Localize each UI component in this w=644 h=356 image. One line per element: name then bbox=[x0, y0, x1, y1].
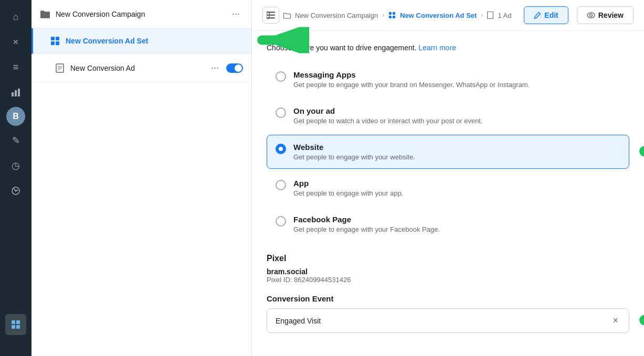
svg-rect-19 bbox=[389, 12, 392, 15]
breadcrumb-sep-2: › bbox=[481, 12, 483, 19]
option-website-desc: Get people to engage with your website. bbox=[293, 153, 415, 161]
chart-bar-icon[interactable] bbox=[5, 82, 26, 103]
conversion-clear-button[interactable]: × bbox=[610, 315, 620, 326]
breadcrumb-campaign-label: New Conversion Campaign bbox=[295, 12, 378, 19]
adset-label: New Conversion Ad Set bbox=[66, 37, 243, 45]
svg-rect-10 bbox=[56, 37, 59, 40]
radio-on-your-ad bbox=[276, 107, 286, 118]
svg-rect-20 bbox=[393, 12, 395, 15]
svg-rect-2 bbox=[18, 89, 20, 96]
breadcrumb-sep-1: › bbox=[382, 12, 384, 19]
grid-table-icon[interactable] bbox=[5, 314, 26, 335]
main-content: New Conversion Campaign › New Conversion… bbox=[252, 0, 644, 356]
svg-rect-7 bbox=[12, 325, 15, 329]
breadcrumb-ad-label: 1 Ad bbox=[498, 12, 511, 19]
option-on-your-ad-desc: Get people to watch a video or interact … bbox=[293, 117, 483, 125]
svg-rect-6 bbox=[16, 320, 20, 324]
pixel-id: Pixel ID: 862409944531426 bbox=[267, 276, 629, 284]
icon-bar: ⌂ ✕ ≡ B ✎ ◷ bbox=[0, 0, 31, 356]
campaign-label: New Conversion Campaign bbox=[56, 10, 229, 18]
option-website[interactable]: Website Get people to engage with your w… bbox=[267, 135, 629, 169]
edit-button[interactable]: Edit bbox=[524, 6, 568, 24]
engagement-options: Messaging Apps Get people to engage with… bbox=[267, 62, 629, 241]
svg-rect-16 bbox=[267, 15, 275, 16]
pixel-section: Pixel bram.social Pixel ID: 862409944531… bbox=[267, 254, 629, 284]
review-button[interactable]: Review bbox=[577, 6, 634, 24]
adset-item[interactable]: New Conversion Ad Set bbox=[31, 28, 251, 54]
svg-rect-22 bbox=[393, 16, 395, 18]
svg-rect-1 bbox=[15, 90, 17, 96]
ad-page-icon bbox=[55, 63, 65, 73]
breadcrumb-adset-label: New Conversion Ad Set bbox=[400, 12, 477, 19]
conversion-event-input[interactable]: Engaged Visit × bbox=[267, 308, 629, 333]
option-app-title: App bbox=[293, 179, 404, 188]
learn-more-link[interactable]: Learn more bbox=[419, 44, 457, 52]
pencil-icon[interactable]: ✎ bbox=[5, 130, 26, 151]
option-messaging[interactable]: Messaging Apps Get people to engage with… bbox=[267, 62, 629, 96]
ad-more-button[interactable]: ··· bbox=[208, 61, 222, 74]
svg-rect-8 bbox=[16, 325, 20, 329]
svg-rect-21 bbox=[389, 16, 392, 18]
sidebar-toggle-button[interactable] bbox=[262, 7, 279, 24]
ad-toggle[interactable] bbox=[226, 63, 243, 73]
home-icon[interactable]: ⌂ bbox=[5, 6, 26, 27]
svg-rect-0 bbox=[12, 92, 14, 96]
breadcrumb-adset[interactable]: New Conversion Ad Set bbox=[388, 12, 477, 19]
close-icon[interactable]: ✕ bbox=[5, 31, 26, 52]
section-intro: Choose where you want to drive engagemen… bbox=[267, 44, 629, 52]
conversion-section: Conversion Event Engaged Visit × bbox=[267, 294, 629, 333]
svg-rect-17 bbox=[267, 17, 275, 19]
campaign-folder-icon bbox=[40, 9, 50, 19]
ad-item[interactable]: New Conversion Ad ··· bbox=[31, 54, 251, 82]
breadcrumb-bar: New Conversion Campaign › New Conversion… bbox=[252, 0, 644, 31]
radio-messaging bbox=[276, 71, 286, 82]
option-messaging-desc: Get people to engage with your brand on … bbox=[293, 81, 530, 89]
radio-facebook-page bbox=[276, 216, 286, 226]
option-facebook-page-desc: Get people to engage with your Facebook … bbox=[293, 225, 440, 233]
svg-rect-23 bbox=[488, 12, 493, 19]
dashboard-icon[interactable] bbox=[5, 180, 26, 201]
svg-rect-12 bbox=[56, 41, 59, 45]
ad-label: New Conversion Ad bbox=[70, 64, 208, 72]
pixel-section-title: Pixel bbox=[267, 254, 629, 263]
conversion-title: Conversion Event bbox=[267, 294, 629, 303]
svg-rect-5 bbox=[12, 320, 15, 324]
radio-app bbox=[276, 180, 286, 190]
option-facebook-page-title: Facebook Page bbox=[293, 215, 440, 224]
radio-website bbox=[276, 144, 286, 154]
adset-grid-icon bbox=[50, 36, 60, 46]
clock-icon[interactable]: ◷ bbox=[5, 155, 26, 176]
breadcrumb-ad[interactable]: 1 Ad bbox=[487, 12, 511, 19]
svg-point-24 bbox=[587, 13, 595, 18]
review-label: Review bbox=[598, 11, 624, 19]
campaign-sidebar: New Conversion Campaign ··· New Conversi… bbox=[31, 0, 252, 356]
svg-rect-9 bbox=[51, 37, 55, 40]
campaign-item[interactable]: New Conversion Campaign ··· bbox=[31, 0, 251, 28]
campaign-more-button[interactable]: ··· bbox=[229, 7, 243, 20]
option-app-desc: Get people to engage with your app. bbox=[293, 189, 404, 197]
option-facebook-page[interactable]: Facebook Page Get people to engage with … bbox=[267, 207, 629, 241]
svg-point-25 bbox=[589, 14, 592, 17]
option-on-your-ad[interactable]: On your ad Get people to watch a video o… bbox=[267, 99, 629, 133]
hamburger-icon[interactable]: ≡ bbox=[5, 57, 26, 78]
breadcrumb-campaign[interactable]: New Conversion Campaign bbox=[283, 12, 378, 19]
conversion-event-value: Engaged Visit bbox=[276, 317, 610, 325]
content-area: Choose where you want to drive engagemen… bbox=[252, 31, 644, 356]
option-on-your-ad-title: On your ad bbox=[293, 106, 483, 115]
svg-point-4 bbox=[15, 190, 17, 192]
pixel-name: bram.social bbox=[267, 267, 629, 276]
user-avatar[interactable]: B bbox=[6, 107, 25, 126]
edit-label: Edit bbox=[544, 11, 558, 19]
option-messaging-title: Messaging Apps bbox=[293, 70, 530, 79]
option-website-title: Website bbox=[293, 143, 415, 152]
svg-rect-11 bbox=[51, 41, 55, 45]
option-app[interactable]: App Get people to engage with your app. bbox=[267, 171, 629, 205]
